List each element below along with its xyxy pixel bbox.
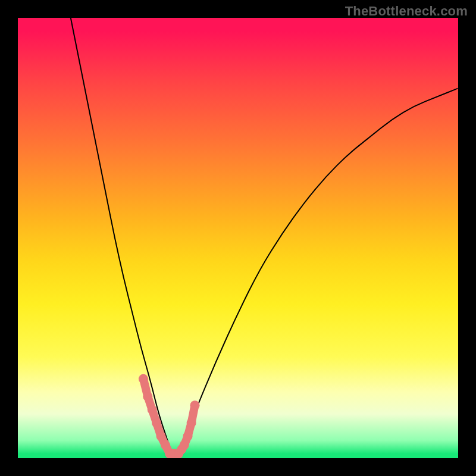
bottleneck-curve — [71, 18, 458, 454]
highlight-dots-group — [139, 374, 200, 458]
highlight-dot — [190, 400, 200, 410]
chart-plot-area — [18, 18, 458, 458]
chart-svg — [18, 18, 458, 458]
watermark-text: TheBottleneck.com — [345, 4, 468, 19]
